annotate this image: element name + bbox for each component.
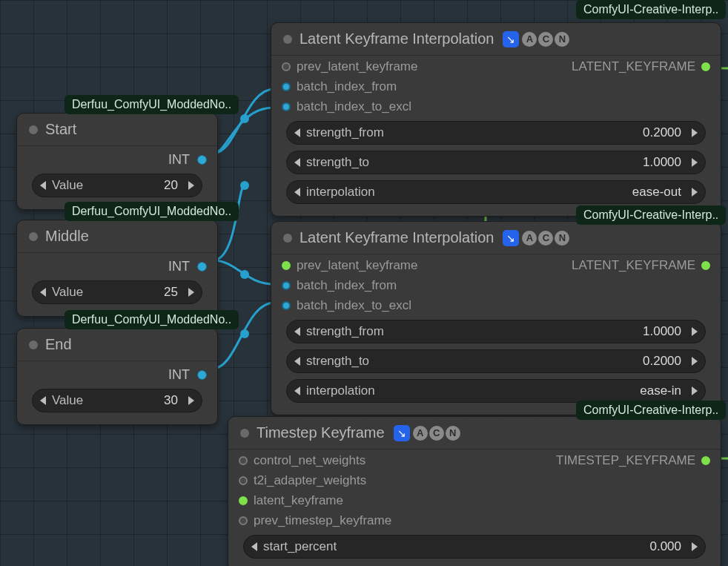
node-middle[interactable]: Middle INT Value 25 bbox=[16, 220, 218, 317]
widget-value[interactable]: 20 bbox=[83, 178, 182, 193]
port-icon[interactable] bbox=[282, 102, 291, 111]
node-source-tag: Derfuu_ComfyUI_ModdedNo.. bbox=[64, 95, 239, 114]
decrease-arrow-icon[interactable] bbox=[251, 542, 257, 551]
decrease-arrow-icon[interactable] bbox=[294, 327, 300, 336]
node-latent-keyframe-interpolation-2[interactable]: Latent Keyframe Interpolation ↘ A C N pr… bbox=[271, 221, 721, 415]
input-control-net-weights[interactable]: control_net_weights bbox=[239, 453, 391, 468]
start-percent-widget[interactable]: start_percent 0.000 bbox=[243, 535, 706, 559]
node-title[interactable]: Timestep Keyframe ↘ A C N bbox=[228, 417, 721, 447]
node-title[interactable]: Start bbox=[17, 113, 217, 144]
increase-arrow-icon[interactable] bbox=[692, 542, 698, 551]
node-start[interactable]: Start INT Value 20 bbox=[16, 113, 218, 210]
decrease-arrow-icon[interactable] bbox=[294, 386, 300, 395]
port-icon[interactable] bbox=[239, 456, 248, 465]
decrease-arrow-icon[interactable] bbox=[294, 158, 300, 167]
widget-value[interactable]: 30 bbox=[83, 393, 182, 408]
value-widget[interactable]: Value 20 bbox=[32, 174, 202, 197]
collapse-dot-icon[interactable] bbox=[240, 429, 249, 438]
input-t2i-adapter-weights[interactable]: t2i_adapter_weights bbox=[239, 473, 391, 488]
strength-from-widget[interactable]: strength_from 1.0000 bbox=[286, 320, 706, 343]
node-title[interactable]: Latent Keyframe Interpolation ↘ A C N bbox=[271, 222, 721, 252]
port-icon[interactable] bbox=[197, 370, 207, 380]
collapse-dot-icon[interactable] bbox=[283, 35, 292, 44]
increase-arrow-icon[interactable] bbox=[692, 158, 698, 167]
increase-arrow-icon[interactable] bbox=[188, 181, 194, 190]
increase-arrow-icon[interactable] bbox=[188, 396, 194, 405]
port-icon[interactable] bbox=[239, 496, 248, 505]
port-icon[interactable] bbox=[701, 261, 710, 270]
node-title[interactable]: End bbox=[17, 329, 217, 359]
collapse-dot-icon[interactable] bbox=[283, 234, 292, 243]
input-batch-index-from[interactable]: batch_index_from bbox=[282, 79, 417, 94]
increase-arrow-icon[interactable] bbox=[692, 386, 698, 395]
strength-to-widget[interactable]: strength_to 1.0000 bbox=[286, 151, 706, 174]
input-prev-latent-keyframe[interactable]: prev_latent_keyframe bbox=[282, 59, 417, 74]
input-batch-index-to-excl[interactable]: batch_index_to_excl bbox=[282, 99, 417, 114]
decrease-arrow-icon[interactable] bbox=[294, 357, 300, 366]
port-icon[interactable] bbox=[197, 155, 207, 165]
decrease-arrow-icon[interactable] bbox=[294, 128, 300, 137]
port-icon[interactable] bbox=[197, 262, 207, 272]
node-end[interactable]: End INT Value 30 bbox=[16, 328, 218, 425]
input-latent-keyframe[interactable]: latent_keyframe bbox=[239, 493, 391, 508]
value-widget[interactable]: Value 30 bbox=[32, 389, 202, 412]
widget-value[interactable]: 0.2000 bbox=[369, 354, 686, 369]
widget-value[interactable]: 25 bbox=[83, 285, 182, 300]
decrease-arrow-icon[interactable] bbox=[40, 288, 46, 297]
increase-arrow-icon[interactable] bbox=[692, 128, 698, 137]
port-icon[interactable] bbox=[282, 281, 291, 290]
increase-arrow-icon[interactable] bbox=[692, 357, 698, 366]
value-widget[interactable]: Value 25 bbox=[32, 280, 202, 304]
port-icon[interactable] bbox=[282, 62, 291, 71]
output-slot-int[interactable]: INT bbox=[17, 254, 217, 276]
node-title-text: Latent Keyframe Interpolation bbox=[300, 30, 494, 47]
widget-value[interactable]: ease-out bbox=[375, 185, 686, 200]
widget-label: Value bbox=[52, 178, 83, 193]
widget-value[interactable]: 1.0000 bbox=[384, 324, 686, 339]
port-icon[interactable] bbox=[282, 301, 291, 310]
collapse-dot-icon[interactable] bbox=[29, 232, 38, 241]
input-prev-timestep-keyframe[interactable]: prev_timestep_keyframe bbox=[239, 513, 391, 528]
strength-to-widget[interactable]: strength_to 0.2000 bbox=[286, 349, 706, 373]
divider bbox=[271, 55, 721, 56]
widget-label: strength_from bbox=[306, 125, 384, 140]
widget-value[interactable]: ease-in bbox=[375, 384, 686, 398]
port-icon[interactable] bbox=[701, 62, 710, 71]
widget-value[interactable]: 1.0000 bbox=[369, 155, 686, 170]
widget-label: interpolation bbox=[306, 384, 375, 398]
output-timestep-keyframe[interactable]: TIMESTEP_KEYFRAME bbox=[556, 453, 710, 468]
output-slot-int[interactable]: INT bbox=[17, 363, 217, 384]
output-latent-keyframe[interactable]: LATENT_KEYFRAME bbox=[572, 258, 710, 273]
port-icon[interactable] bbox=[282, 82, 291, 91]
input-batch-index-from[interactable]: batch_index_from bbox=[282, 278, 417, 293]
increase-arrow-icon[interactable] bbox=[692, 188, 698, 197]
widget-value[interactable]: 0.2000 bbox=[384, 125, 686, 140]
node-title[interactable]: Middle bbox=[17, 220, 217, 251]
collapse-dot-icon[interactable] bbox=[29, 340, 38, 349]
widget-label: interpolation bbox=[306, 185, 375, 200]
port-icon[interactable] bbox=[239, 476, 248, 485]
output-label: INT bbox=[168, 259, 190, 274]
interpolation-widget[interactable]: interpolation ease-out bbox=[286, 180, 706, 204]
acn-badge: A C N bbox=[522, 32, 569, 47]
interpolation-widget[interactable]: interpolation ease-in bbox=[286, 379, 706, 403]
port-icon[interactable] bbox=[701, 456, 710, 465]
node-timestep-keyframe[interactable]: Timestep Keyframe ↘ A C N control_net_we… bbox=[228, 416, 721, 566]
node-title[interactable]: Latent Keyframe Interpolation ↘ A C N bbox=[271, 23, 721, 53]
decrease-arrow-icon[interactable] bbox=[40, 396, 46, 405]
strength-from-widget[interactable]: strength_from 0.2000 bbox=[286, 121, 706, 145]
decrease-arrow-icon[interactable] bbox=[40, 181, 46, 190]
port-icon[interactable] bbox=[282, 261, 291, 270]
port-icon[interactable] bbox=[239, 516, 248, 525]
decrease-arrow-icon[interactable] bbox=[294, 188, 300, 197]
output-latent-keyframe[interactable]: LATENT_KEYFRAME bbox=[572, 59, 710, 74]
output-slot-int[interactable]: INT bbox=[17, 148, 217, 169]
input-batch-index-to-excl[interactable]: batch_index_to_excl bbox=[282, 298, 417, 313]
collapse-dot-icon[interactable] bbox=[29, 125, 38, 134]
widget-label: strength_to bbox=[306, 354, 369, 369]
input-prev-latent-keyframe[interactable]: prev_latent_keyframe bbox=[282, 258, 417, 273]
node-latent-keyframe-interpolation-1[interactable]: Latent Keyframe Interpolation ↘ A C N pr… bbox=[271, 22, 721, 217]
increase-arrow-icon[interactable] bbox=[188, 288, 194, 297]
widget-value[interactable]: 0.000 bbox=[337, 539, 686, 554]
increase-arrow-icon[interactable] bbox=[692, 327, 698, 336]
